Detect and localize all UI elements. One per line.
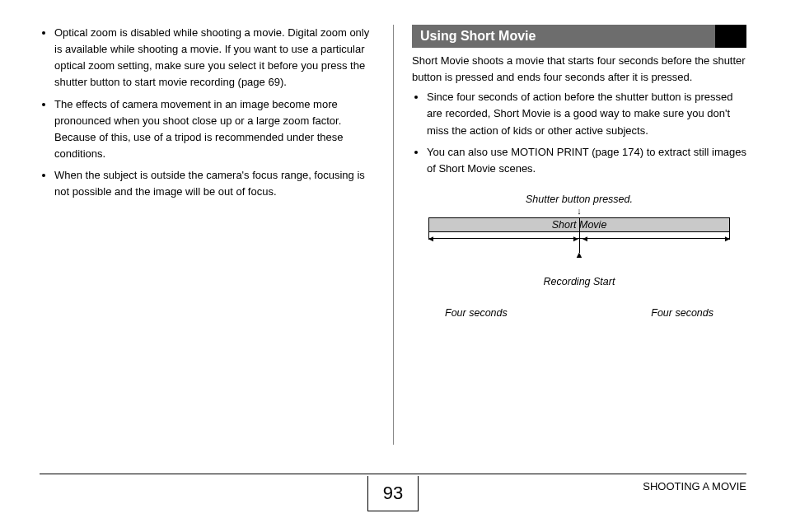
diagram-span-line: ◄ ► ◄ ► ▲ [428, 233, 730, 258]
page-number: 93 [367, 476, 419, 511]
duration-left-label: Four seconds [445, 307, 508, 319]
footer-section-label: SHOOTING A MOVIE [643, 480, 746, 492]
arrow-right-icon: ► [723, 235, 732, 243]
arrow-right-icon: ► [572, 235, 580, 243]
intro-paragraph: Short Movie shoots a movie that starts f… [412, 53, 746, 86]
short-movie-diagram: Shutter button pressed. ↓ Short Movie ◄ … [412, 194, 746, 319]
list-item: You can also use MOTION PRINT (page 174)… [427, 144, 746, 177]
arrow-down-icon: ↓ [428, 207, 730, 215]
arrow-left-icon: ◄ [427, 235, 435, 243]
list-item: Optical zoom is disabled while shooting … [54, 25, 375, 91]
left-bullet-list: Optical zoom is disabled while shooting … [40, 25, 375, 200]
list-item: The effects of camera movement in an ima… [54, 96, 375, 163]
section-heading: Using Short Movie [412, 25, 746, 48]
right-bullet-list: Since four seconds of action before the … [412, 89, 746, 177]
diagram-top-label: Shutter button pressed. [428, 194, 730, 205]
list-item: Since four seconds of action before the … [427, 89, 746, 138]
arrow-up-icon: ▲ [575, 250, 584, 259]
arrow-left-icon: ◄ [581, 235, 589, 243]
left-column: Optical zoom is disabled while shooting … [40, 25, 393, 445]
recording-start-label: Recording Start [428, 276, 730, 287]
footer-rule [40, 474, 746, 474]
duration-right-label: Four seconds [651, 307, 713, 319]
right-column: Using Short Movie Short Movie shoots a m… [393, 25, 746, 445]
list-item: When the subject is outside the camera's… [54, 167, 375, 200]
